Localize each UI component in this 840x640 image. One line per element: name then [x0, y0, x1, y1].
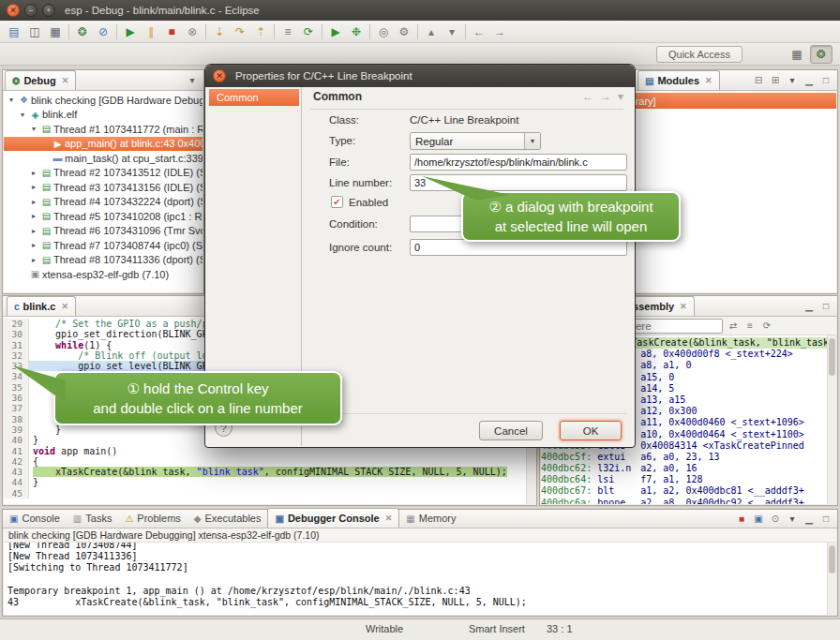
line-number[interactable]: 45: [4, 488, 29, 499]
scrollbar-thumb[interactable]: [829, 545, 835, 573]
debug-tree-row[interactable]: ▶app_main() at blink.c:43 0x400dbc5c: [4, 137, 202, 152]
twistie-icon[interactable]: ▾: [6, 96, 17, 104]
run-button[interactable]: ▶: [325, 22, 346, 41]
collapse-all-button[interactable]: ⊟: [752, 75, 765, 85]
instruction-stepping-button[interactable]: ≡: [278, 22, 298, 41]
window-close-icon[interactable]: ✕: [7, 4, 20, 17]
twistie-icon[interactable]: ▸: [28, 256, 39, 264]
resume-button[interactable]: ▶: [120, 22, 141, 41]
expand-all-button[interactable]: ⊞: [769, 75, 782, 85]
debug-tree-row[interactable]: ▸▤Thread #5 1073410208 (ipc1 : Running :…: [4, 209, 202, 224]
maximize-panel-icon[interactable]: □: [819, 75, 832, 85]
file-field[interactable]: [410, 154, 627, 171]
line-number[interactable]: 40: [4, 435, 29, 445]
chevron-down-icon[interactable]: ▾: [524, 133, 540, 149]
twistie-icon[interactable]: ▾: [17, 111, 28, 119]
sync-with-context-button[interactable]: ⇄: [727, 320, 740, 331]
debug-tree-row[interactable]: ▾▤Thread #1 1073411772 (main : Running :…: [4, 122, 202, 137]
pin-console-button[interactable]: ⊙: [769, 513, 782, 524]
minimize-panel-icon[interactable]: ▁: [802, 75, 816, 85]
menu-caret-icon[interactable]: ▾: [618, 90, 623, 103]
line-number[interactable]: 39: [4, 424, 29, 435]
new-button[interactable]: ▤: [4, 22, 24, 41]
twistie-icon[interactable]: ▸: [28, 241, 39, 249]
display-console-button[interactable]: ▣: [752, 513, 765, 524]
terminate-console-button[interactable]: ■: [735, 513, 748, 524]
step-return-button[interactable]: ⇡: [250, 22, 271, 41]
console-scrollbar[interactable]: [827, 543, 836, 615]
external-tools-button[interactable]: ⚙: [394, 22, 414, 41]
twistie-icon[interactable]: ▾: [28, 125, 39, 133]
tab-tasks[interactable]: ▥Tasks: [67, 509, 119, 528]
disassembly-scrollbar[interactable]: [827, 335, 836, 504]
debug-tree-row[interactable]: ▸▤Thread #3 1073413156 (IDLE) (Suspended…: [4, 180, 202, 195]
back-button[interactable]: ←: [469, 22, 489, 41]
suspend-button[interactable]: ∥: [141, 22, 161, 41]
close-tab-icon[interactable]: ✕: [61, 302, 68, 311]
perspective-workbench-button[interactable]: ▦: [786, 45, 808, 64]
debug-tree-row[interactable]: ▣xtensa-esp32-elf-gdb (7.10): [4, 267, 202, 282]
debug-config-button[interactable]: ❂: [72, 22, 93, 41]
minimize-panel-icon[interactable]: ▁: [802, 301, 816, 311]
back-icon[interactable]: ←: [582, 90, 593, 103]
restart-button[interactable]: ⟳: [298, 22, 319, 41]
close-tab-icon[interactable]: ✕: [62, 76, 69, 85]
debug-tree-row[interactable]: ▸▤Thread #2 1073413512 (IDLE) (Suspended…: [4, 166, 202, 181]
perspective-debug-button[interactable]: ❂: [810, 45, 832, 64]
tab-modules[interactable]: ▤ Modules ✕: [638, 70, 720, 90]
debug-tree-row[interactable]: ▸▤Thread #7 1073408744 (ipc0) (Suspended…: [4, 238, 202, 253]
show-source-button[interactable]: ≡: [743, 320, 757, 331]
maximize-panel-icon[interactable]: □: [819, 513, 832, 524]
window-maximize-icon[interactable]: +: [42, 4, 55, 17]
close-tab-icon[interactable]: ✕: [385, 513, 393, 523]
code-text[interactable]: {: [29, 456, 535, 467]
line-number[interactable]: 30: [4, 329, 29, 339]
enabled-checkbox[interactable]: ✔: [331, 196, 343, 208]
save-button[interactable]: ◫: [24, 22, 45, 41]
tab-memory[interactable]: ▦Memory: [399, 509, 462, 528]
debug-button[interactable]: ❉: [346, 22, 367, 41]
minimize-panel-icon[interactable]: ▁: [802, 513, 816, 524]
prev-annotation-button[interactable]: ▴: [421, 22, 442, 41]
close-tab-icon[interactable]: ✕: [680, 302, 687, 311]
step-over-button[interactable]: ↷: [230, 22, 250, 41]
maximize-panel-icon[interactable]: □: [819, 301, 832, 311]
dialog-close-icon[interactable]: ✕: [213, 69, 226, 82]
debugger-console[interactable]: [New Thread 1073408744][New Thread 10734…: [4, 543, 827, 615]
view-menu-button[interactable]: ▾: [786, 75, 799, 85]
quick-access-button[interactable]: Quick Access: [656, 46, 742, 63]
line-number[interactable]: 43: [4, 467, 29, 477]
skip-breakpoints-button[interactable]: ⊘: [93, 22, 113, 41]
line-number[interactable]: 44: [4, 477, 29, 487]
twistie-icon[interactable]: ▸: [28, 169, 39, 177]
code-text[interactable]: [29, 488, 535, 499]
code-text[interactable]: }: [29, 477, 535, 487]
window-minimize-icon[interactable]: −: [24, 4, 38, 17]
tab-debugger-console[interactable]: ▣Debugger Console✕: [267, 508, 399, 528]
line-number[interactable]: 31: [4, 340, 29, 350]
twistie-icon[interactable]: ▸: [28, 183, 39, 191]
twistie-icon[interactable]: ▸: [28, 227, 39, 235]
next-annotation-button[interactable]: ▾: [442, 22, 462, 41]
refresh-button[interactable]: ⟳: [760, 320, 773, 331]
line-number[interactable]: 41: [4, 446, 29, 456]
tab-blink-c[interactable]: c blink.c ✕: [7, 296, 76, 316]
ok-button[interactable]: OK: [560, 421, 622, 440]
debug-tree-row[interactable]: ▬main_task() at cpu_start.c:339 0x400d0e…: [4, 151, 202, 166]
debug-tree-row[interactable]: ▸▤Thread #8 1073411336 (dport) (Suspende…: [4, 253, 202, 268]
debug-tree-row[interactable]: ▸▤Thread #4 1073432224 (dport) (Suspende…: [4, 195, 202, 210]
step-into-button[interactable]: ⇣: [209, 22, 230, 41]
forward-button[interactable]: →: [489, 22, 510, 41]
debug-tree-row[interactable]: ▾◈blink.elf: [4, 108, 202, 123]
forward-icon[interactable]: →: [600, 90, 611, 103]
line-number[interactable]: 29: [4, 319, 29, 329]
tab-debug[interactable]: ❂ Debug ✕: [5, 70, 76, 90]
debug-tree-row[interactable]: ▾❖blink checking [GDB Hardware Debugging…: [4, 93, 202, 108]
tab-console[interactable]: ▣Console: [3, 509, 67, 528]
cancel-button[interactable]: Cancel: [479, 421, 543, 440]
scrollbar-thumb[interactable]: [829, 338, 835, 376]
tab-executables[interactable]: ◆Executables: [188, 509, 268, 528]
console-menu-button[interactable]: ▾: [786, 513, 799, 524]
line-number[interactable]: 42: [4, 456, 29, 467]
print-button[interactable]: ▦: [45, 22, 66, 41]
